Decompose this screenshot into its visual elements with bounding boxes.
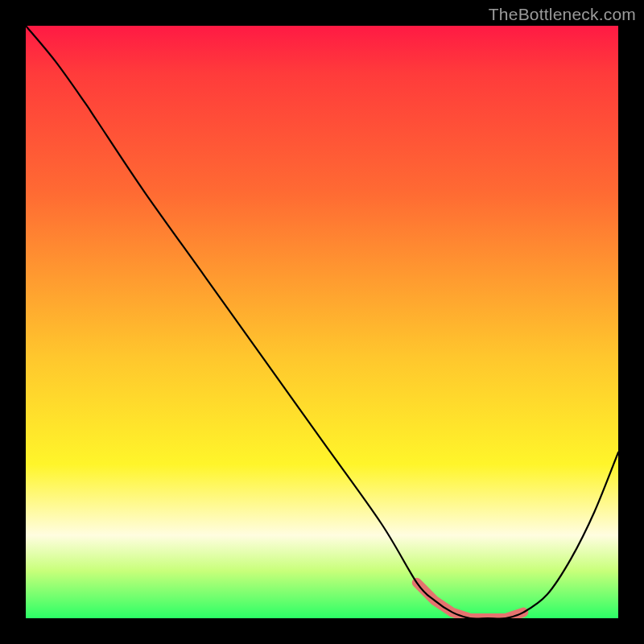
highlight-flat-region (417, 583, 523, 618)
chart-frame: TheBottleneck.com (0, 0, 644, 644)
bottleneck-curve (26, 26, 618, 618)
chart-overlay (26, 26, 618, 618)
plot-area (26, 26, 618, 618)
watermark-text: TheBottleneck.com (489, 5, 636, 24)
